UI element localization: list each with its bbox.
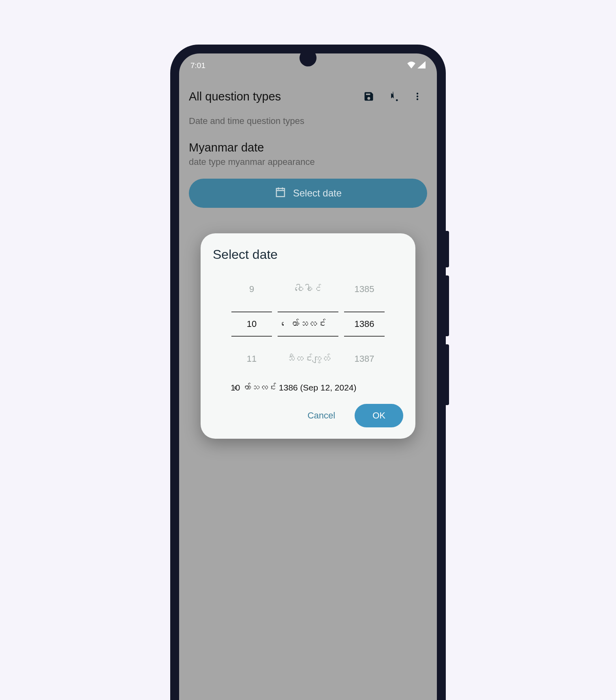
date-picker-dialog: Select date 9 10 11 ဝါခေါင် တော်သလင်း သီ… [201,233,415,439]
day-selected[interactable]: 10 [231,312,272,337]
day-picker[interactable]: 9 10 11 [231,277,272,371]
day-prev[interactable]: 9 [231,277,272,302]
dialog-actions: Cancel OK [213,404,403,427]
day-next[interactable]: 11 [231,346,272,371]
status-icons [407,61,426,70]
phone-power-button [446,231,449,267]
content-area: Date and time question types Myanmar dat… [179,113,437,211]
svg-point-3 [417,98,418,100]
month-next[interactable]: သီတင်းကျွတ် [278,346,338,371]
phone-frame: 7:01 All question types D [170,45,446,700]
select-date-button[interactable]: Select date [189,179,427,208]
save-button[interactable] [359,87,379,106]
svg-point-0 [396,99,398,101]
question-subtitle: date type myanmar appearance [189,157,427,167]
status-time: 7:01 [190,61,205,70]
year-next[interactable]: 1387 [344,346,385,371]
svg-point-1 [417,93,418,94]
go-to-button[interactable] [383,87,403,106]
month-picker[interactable]: ဝါခေါင် တော်သလင်း သီတင်းကျွတ် [278,277,338,371]
more-options-button[interactable] [408,87,427,106]
question-title: Myanmar date [189,141,427,154]
phone-screen: 7:01 All question types D [179,53,437,700]
selected-date-summary: 10 တော်သလင်း 1386 (Sep 12, 2024) [213,383,403,393]
phone-volume-up-button [446,275,449,336]
phone-volume-down-button [446,344,449,405]
page-title: All question types [189,90,354,103]
select-date-label: Select date [293,188,342,199]
wifi-icon [407,61,416,70]
month-selected[interactable]: တော်သလင်း [278,312,338,337]
dialog-title: Select date [213,247,403,262]
cancel-button[interactable]: Cancel [299,405,343,426]
year-picker[interactable]: 1385 1386 1387 [344,277,385,371]
ok-button[interactable]: OK [355,404,403,427]
date-pickers: 9 10 11 ဝါခေါင် တော်သလင်း သီတင်းကျွတ် 13… [213,277,403,371]
app-bar: All question types [179,74,437,113]
section-label: Date and time question types [189,116,427,126]
calendar-icon [274,186,287,201]
month-prev[interactable]: ဝါခေါင် [278,277,338,302]
year-selected[interactable]: 1386 [344,312,385,337]
svg-point-2 [417,96,418,97]
year-prev[interactable]: 1385 [344,277,385,302]
cell-signal-icon [417,61,426,70]
